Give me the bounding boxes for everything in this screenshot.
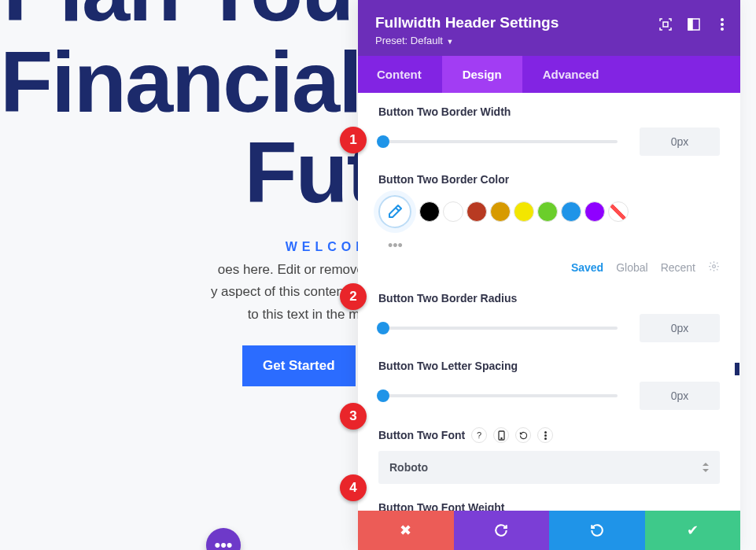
slider-letter-spacing[interactable] [378, 394, 618, 397]
panel-body[interactable]: Button Two Border Width Button Two Borde… [358, 93, 740, 511]
kebab-icon[interactable] [537, 427, 553, 443]
svg-point-10 [544, 434, 547, 437]
label-font-weight: Button Two Font Weight [378, 501, 720, 511]
input-border-radius[interactable] [640, 314, 720, 342]
svg-point-4 [721, 23, 724, 26]
save-button[interactable]: ✔ [645, 511, 741, 550]
slider-border-width[interactable] [378, 140, 618, 143]
help-icon[interactable]: ? [471, 427, 487, 443]
label-letter-spacing: Button Two Letter Spacing [378, 360, 720, 372]
swatch-white[interactable] [443, 201, 463, 222]
label-border-color: Button Two Border Color [378, 173, 720, 186]
swatch-amber[interactable] [490, 201, 511, 222]
tab-design[interactable]: Design [442, 56, 522, 93]
control-letter-spacing: Button Two Letter Spacing [378, 360, 720, 410]
palette-tab-saved[interactable]: Saved [571, 261, 603, 274]
tab-content[interactable]: Content [358, 56, 442, 93]
svg-rect-0 [663, 22, 668, 27]
palette-settings-gear-icon[interactable] [708, 260, 720, 275]
swatch-purple[interactable] [585, 201, 605, 222]
svg-point-9 [544, 431, 547, 434]
svg-point-6 [713, 265, 716, 268]
more-swatches-icon[interactable]: ••• [378, 234, 720, 254]
control-font-weight: Button Two Font Weight Medium [378, 501, 720, 511]
annotation-1: 1 [340, 127, 367, 153]
slider-thumb[interactable] [377, 389, 389, 402]
swatch-green[interactable] [537, 201, 558, 222]
preset-dropdown[interactable]: Preset: Default ▼ [375, 35, 723, 46]
slider-border-radius[interactable] [378, 327, 618, 330]
ellipsis-icon: ••• [214, 535, 232, 550]
annotation-4: 4 [340, 474, 367, 501]
svg-point-3 [721, 18, 724, 21]
palette-tab-recent[interactable]: Recent [661, 261, 695, 274]
panel-header: Fullwidth Header Settings Preset: Defaul… [358, 0, 740, 56]
expand-icon[interactable] [658, 17, 673, 31]
svg-point-11 [544, 437, 547, 440]
input-letter-spacing[interactable] [640, 382, 720, 410]
svg-point-5 [721, 28, 724, 31]
reset-icon[interactable] [515, 427, 531, 443]
slider-thumb[interactable] [377, 135, 389, 148]
select-font[interactable]: Roboto [378, 451, 720, 484]
redo-icon [590, 523, 604, 537]
swatch-blue[interactable] [561, 201, 581, 222]
undo-icon [494, 523, 508, 537]
close-icon: ✖ [400, 522, 411, 539]
kebab-menu-icon[interactable] [715, 17, 729, 31]
swatch-yellow[interactable] [514, 201, 534, 222]
svg-point-8 [501, 437, 502, 438]
control-border-width: Button Two Border Width [378, 105, 720, 156]
swatch-black[interactable] [419, 201, 440, 222]
eyedropper-icon [387, 204, 403, 220]
check-icon: ✔ [687, 522, 699, 539]
label-border-width: Button Two Border Width [378, 105, 720, 118]
palette-tabs: Saved Global Recent [378, 260, 720, 275]
svg-rect-2 [688, 19, 692, 30]
snap-left-icon[interactable] [687, 17, 701, 31]
slider-thumb[interactable] [377, 322, 389, 334]
swatch-transparent[interactable] [608, 201, 629, 222]
color-picker-eyedropper[interactable] [378, 195, 411, 228]
control-border-radius: Button Two Border Radius [378, 292, 720, 342]
responsive-icon[interactable] [493, 427, 509, 443]
get-started-button[interactable]: Get Started [242, 345, 356, 386]
panel-footer: ✖ ✔ [358, 511, 740, 550]
annotation-3: 3 [340, 403, 367, 430]
settings-panel: Fullwidth Header Settings Preset: Defaul… [358, 0, 740, 550]
label-border-radius: Button Two Border Radius [378, 292, 720, 305]
color-swatches [378, 195, 720, 228]
tab-advanced[interactable]: Advanced [522, 56, 620, 93]
caret-down-icon: ▼ [444, 38, 453, 46]
annotation-2: 2 [340, 283, 367, 310]
scrollbar-indicator [735, 363, 739, 375]
panel-tabs: Content Design Advanced [358, 56, 740, 93]
cancel-button[interactable]: ✖ [358, 511, 454, 550]
control-border-color: Button Two Border Color ••• Saved Global [378, 173, 720, 275]
redo-button[interactable] [549, 511, 645, 550]
palette-tab-global[interactable]: Global [616, 261, 647, 274]
control-font: Button Two Font ? Roboto [378, 427, 720, 484]
swatch-brick[interactable] [467, 201, 487, 222]
input-border-width[interactable] [640, 127, 720, 156]
label-font: Button Two Font [378, 429, 465, 441]
undo-button[interactable] [454, 511, 550, 550]
